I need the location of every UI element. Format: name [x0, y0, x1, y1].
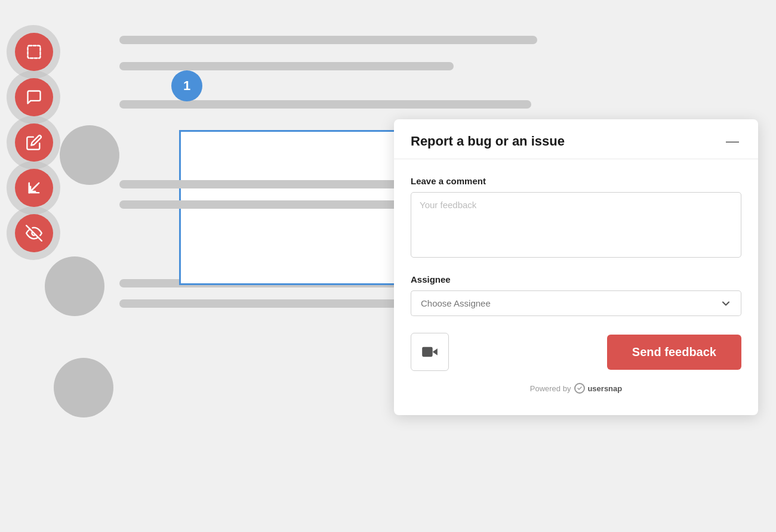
comment-label: Leave a comment: [411, 176, 741, 186]
tool-screenshot-wrapper: [15, 33, 53, 71]
progress-bar: [119, 36, 537, 44]
video-camera-icon: [421, 344, 438, 360]
hide-tool-button[interactable]: [15, 214, 53, 252]
panel-header: Report a bug or an issue —: [394, 119, 758, 159]
tool-draw-wrapper: [15, 123, 53, 162]
usersnap-brand-name: usersnap: [587, 384, 622, 393]
usersnap-logo: usersnap: [574, 383, 622, 394]
usersnap-check-icon: [577, 385, 583, 391]
usersnap-circle-icon: [574, 383, 585, 394]
minimize-button[interactable]: —: [723, 135, 741, 148]
avatar-circle-2: [45, 256, 104, 316]
move-tool-button[interactable]: [15, 169, 53, 207]
feedback-textarea[interactable]: [411, 192, 741, 258]
screenshot-icon: [26, 44, 42, 60]
chevron-down-icon: [720, 298, 732, 310]
send-feedback-button[interactable]: Send feedback: [607, 335, 741, 370]
avatar-circle-1: [60, 125, 119, 185]
skeleton-line: [119, 100, 531, 109]
svg-line-4: [30, 184, 38, 191]
actions-row: Send feedback: [411, 333, 741, 371]
arrow-icon: [26, 180, 42, 196]
assignee-dropdown-button[interactable]: [710, 290, 741, 316]
panel-body: Leave a comment Assignee Send feedback: [394, 159, 758, 415]
screenshot-tool-button[interactable]: [15, 33, 53, 71]
feedback-panel: Report a bug or an issue — Leave a comme…: [394, 119, 758, 415]
draw-tool-button[interactable]: [15, 123, 53, 162]
avatar-circle-3: [54, 358, 113, 417]
skeleton-line: [119, 62, 454, 70]
powered-by-text: Powered by: [530, 384, 571, 393]
step-badge-1: 1: [171, 70, 202, 101]
assignee-input[interactable]: [411, 290, 710, 316]
assignee-row: [411, 290, 741, 316]
panel-title: Report a bug or an issue: [411, 134, 565, 149]
comment-tool-button[interactable]: [15, 78, 53, 116]
svg-rect-6: [422, 347, 433, 357]
powered-by-row: Powered by usersnap: [411, 383, 741, 403]
hide-icon: [26, 225, 42, 242]
tool-hide-wrapper: [15, 214, 53, 252]
tool-comment-wrapper: [15, 78, 53, 116]
assignee-label: Assignee: [411, 274, 741, 284]
pencil-icon: [26, 134, 42, 151]
tool-move-wrapper: [15, 169, 53, 207]
svg-rect-0: [28, 46, 41, 58]
progress-bar-row: 2: [119, 36, 537, 44]
sidebar-toolbar: [15, 33, 53, 252]
record-video-button[interactable]: [411, 333, 449, 371]
comment-icon: [26, 89, 42, 106]
